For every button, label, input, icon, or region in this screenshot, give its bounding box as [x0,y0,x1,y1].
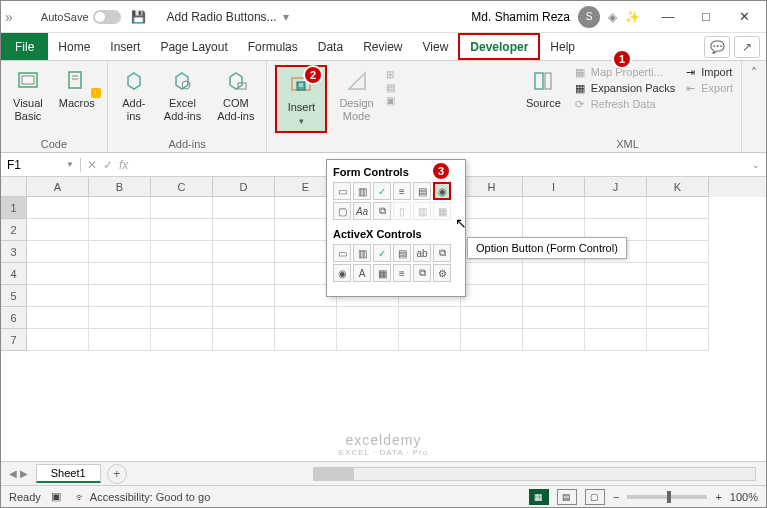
cell[interactable] [89,197,151,219]
expand-formula-icon[interactable]: ⌄ [746,160,766,170]
macro-record-icon[interactable]: ▣ [51,490,61,503]
form-combo2-icon[interactable]: ▥ [413,202,431,220]
form-combo3-icon[interactable]: ▦ [433,202,451,220]
collapse-ribbon-button[interactable]: ˄ [742,61,766,85]
col-header[interactable]: K [647,177,709,197]
ax-scrollbar-icon[interactable]: ⧉ [433,244,451,262]
col-header[interactable]: C [151,177,213,197]
form-groupbox-icon[interactable]: ▢ [333,202,351,220]
cell[interactable] [213,219,275,241]
form-option-button-icon[interactable]: ◉ [433,182,451,200]
cell[interactable] [461,263,523,285]
cell[interactable] [647,241,709,263]
cell[interactable] [523,329,585,351]
ax-option-icon[interactable]: ◉ [333,264,351,282]
expansion-packs-button[interactable]: ▦Expansion Packs [573,81,675,95]
row-header[interactable]: 3 [1,241,27,263]
scrollbar-thumb[interactable] [314,468,354,480]
cell[interactable] [27,263,89,285]
wand-icon[interactable]: ✨ [625,10,640,24]
col-header[interactable]: J [585,177,647,197]
cell[interactable] [27,197,89,219]
cell[interactable] [213,263,275,285]
cell[interactable] [399,329,461,351]
ax-spin-icon[interactable]: ≡ [393,264,411,282]
refresh-data-button[interactable]: ⟳Refresh Data [573,97,675,111]
addins-button[interactable]: Add- ins [116,65,152,125]
form-button-icon[interactable]: ▭ [333,182,351,200]
cell[interactable] [27,219,89,241]
tab-help[interactable]: Help [540,33,585,60]
ax-more-icon[interactable]: ⚙ [433,264,451,282]
ax-image-icon[interactable]: ▦ [373,264,391,282]
form-label-icon[interactable]: Aa [353,202,371,220]
ax-textbox-icon[interactable]: ab [413,244,431,262]
cell[interactable] [27,285,89,307]
col-header[interactable]: I [523,177,585,197]
form-spin-icon[interactable]: ≡ [393,182,411,200]
cell[interactable] [523,263,585,285]
tab-review[interactable]: Review [353,33,412,60]
cell[interactable] [647,197,709,219]
cell[interactable] [151,219,213,241]
minimize-button[interactable]: — [650,3,686,31]
form-listbox-icon[interactable]: ▤ [413,182,431,200]
cell[interactable] [585,197,647,219]
sheet-nav[interactable]: ◀ ▶ [1,468,36,479]
cell[interactable] [89,285,151,307]
ax-label-icon[interactable]: A [353,264,371,282]
cell[interactable] [275,329,337,351]
cell[interactable] [151,285,213,307]
cell[interactable] [647,307,709,329]
cell[interactable] [89,241,151,263]
cell[interactable] [585,329,647,351]
col-header[interactable]: A [27,177,89,197]
maximize-button[interactable]: □ [688,3,724,31]
tab-developer[interactable]: Developer [458,33,540,60]
ax-button-icon[interactable]: ▭ [333,244,351,262]
excel-addins-button[interactable]: Excel Add-ins [160,65,205,125]
ax-checkbox-icon[interactable]: ✓ [373,244,391,262]
ax-toggle-icon[interactable]: ⧉ [413,264,431,282]
accessibility-status[interactable]: ᯤ Accessibility: Good to go [75,491,210,503]
cell[interactable] [151,329,213,351]
cell[interactable] [275,307,337,329]
history-icon[interactable]: » [5,9,13,25]
cell[interactable] [151,241,213,263]
cell[interactable] [213,329,275,351]
cell[interactable] [89,219,151,241]
autosave-toggle[interactable] [93,10,121,24]
col-header[interactable]: B [89,177,151,197]
cell[interactable] [213,197,275,219]
cell[interactable] [523,197,585,219]
source-button[interactable]: Source [522,65,565,112]
row-header[interactable]: 6 [1,307,27,329]
cell[interactable] [27,241,89,263]
cell[interactable] [523,307,585,329]
form-combo-icon[interactable]: ▥ [353,182,371,200]
export-button[interactable]: ⇤Export [683,81,733,95]
tab-view[interactable]: View [413,33,459,60]
cell[interactable] [27,307,89,329]
add-sheet-button[interactable]: + [107,464,127,484]
cell[interactable] [213,307,275,329]
visual-basic-button[interactable]: Visual Basic [9,65,47,125]
cell[interactable] [461,307,523,329]
zoom-level[interactable]: 100% [730,491,758,503]
cell[interactable] [89,329,151,351]
cell[interactable] [337,307,399,329]
ax-combo-icon[interactable]: ▥ [353,244,371,262]
cell[interactable] [461,329,523,351]
cell[interactable] [523,285,585,307]
cancel-formula-icon[interactable]: ✕ [87,158,97,172]
com-addins-button[interactable]: COM Add-ins [213,65,258,125]
cell[interactable] [647,219,709,241]
cell[interactable] [151,263,213,285]
col-header[interactable]: H [461,177,523,197]
zoom-out-button[interactable]: − [613,491,619,503]
design-mode-button[interactable]: Design Mode [335,65,377,125]
save-icon[interactable]: 💾 [131,9,147,25]
tab-file[interactable]: File [1,33,48,60]
cell[interactable] [585,285,647,307]
cell[interactable] [647,285,709,307]
